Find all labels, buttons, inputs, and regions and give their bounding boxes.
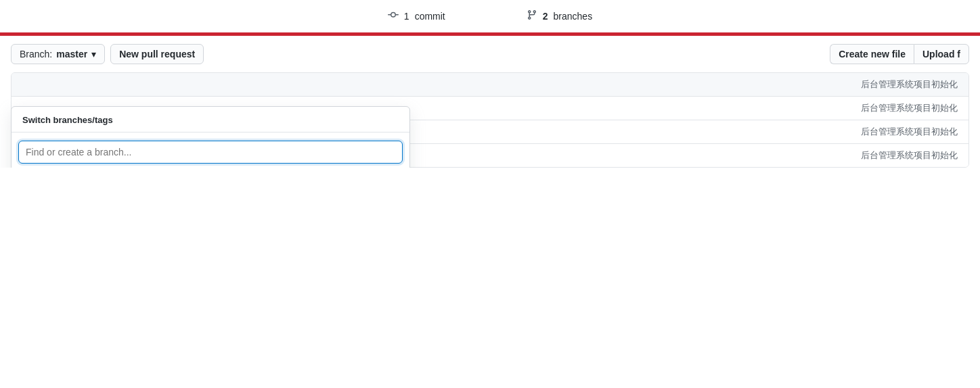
branch-icon xyxy=(527,9,537,23)
commit-label: commit xyxy=(415,11,445,22)
repo-toolbar: Branch: master ▾ New pull request Create… xyxy=(0,36,980,72)
branch-search-container xyxy=(12,132,409,168)
branch-label: branches xyxy=(554,11,593,22)
commit-message: 后台管理系统项目初始化 xyxy=(861,126,958,138)
page-wrapper: 1 commit 2 branches Branch: master ▾ New… xyxy=(0,0,980,168)
repo-stats-bar: 1 commit 2 branches xyxy=(0,0,980,32)
table-row: 后台管理系统项目初始化 xyxy=(12,73,968,97)
commits-stat[interactable]: 1 commit xyxy=(388,9,445,23)
file-action-buttons: Create new file Upload f xyxy=(830,44,969,64)
upload-files-button[interactable]: Upload f xyxy=(914,44,969,64)
branch-search-input[interactable] xyxy=(18,141,403,164)
commit-message: 后台管理系统项目初始化 xyxy=(861,102,958,114)
commit-count: 1 xyxy=(404,11,409,22)
new-pull-request-button[interactable]: New pull request xyxy=(110,44,204,64)
create-new-file-button[interactable]: Create new file xyxy=(830,44,914,64)
branches-stat[interactable]: 2 branches xyxy=(527,9,592,23)
dropdown-title: Switch branches/tags xyxy=(12,107,409,132)
commit-message: 后台管理系统项目初始化 xyxy=(861,78,958,91)
branch-selector-button[interactable]: Branch: master ▾ xyxy=(11,44,105,64)
branch-count: 2 xyxy=(543,11,548,22)
current-branch-name: master xyxy=(56,49,87,59)
branch-dropdown: Switch branches/tags Branches Tags dev xyxy=(11,106,410,168)
page-content: 后台管理系统项目初始化 后台管理系统项目初始化 后台管理系统项目初始化 后台管理… xyxy=(0,72,980,168)
branch-prefix: Branch: xyxy=(20,49,52,59)
commit-icon xyxy=(388,9,399,23)
commit-message: 后台管理系统项目初始化 xyxy=(861,149,958,162)
branch-dropdown-icon: ▾ xyxy=(91,49,96,59)
